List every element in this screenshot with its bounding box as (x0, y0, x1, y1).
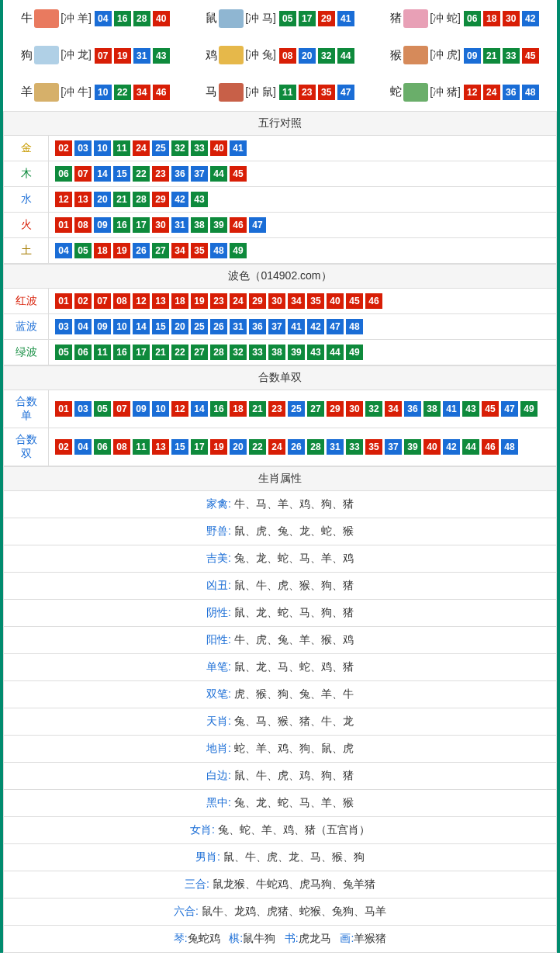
zodiac-icon (219, 46, 244, 64)
number-ball: 43 (462, 401, 479, 417)
number-ball: 24 (483, 85, 500, 100)
number-ball: 36 (249, 319, 266, 334)
number-ball: 03 (74, 140, 92, 156)
zodiac-icon (219, 9, 244, 28)
number-ball: 08 (279, 48, 296, 64)
zodiac-conflict: [冲 虎] (430, 48, 461, 62)
zodiac-cell: 狗 [冲 龙] 07193143 (3, 37, 188, 74)
zodiac-balls: 09213345 (464, 48, 539, 64)
footer-label: 书: (285, 932, 299, 944)
number-ball: 42 (443, 439, 460, 455)
attr-value: 兔、蛇、羊、鸡、猪（五宫肖） (218, 823, 370, 836)
number-ball: 40 (210, 140, 227, 156)
attr-row: 双笔: 虎、猴、狗、兔、羊、牛 (4, 680, 557, 708)
zodiac-cell: 马 [冲 鼠] 11233547 (188, 74, 372, 111)
number-ball: 30 (268, 293, 285, 309)
number-ball: 23 (152, 166, 169, 182)
zodiac-icon (34, 46, 59, 64)
number-ball: 43 (191, 192, 208, 207)
number-ball: 12 (133, 293, 150, 309)
attr-label: 吉美: (206, 552, 231, 564)
page-container: 牛 [冲 羊] 04162840 鼠 [冲 马] 05172941 猪 [冲 蛇… (0, 0, 560, 953)
number-ball: 25 (288, 401, 305, 417)
zodiac-balls: 04162840 (95, 11, 170, 26)
zodiac-balls: 11233547 (279, 85, 354, 100)
number-ball: 41 (230, 140, 247, 156)
attr-value: 牛、虎、兔、羊、猴、鸡 (234, 633, 354, 646)
footer-label: 棋: (229, 932, 243, 944)
shengxiao-title: 生肖属性 (4, 466, 557, 490)
zodiac-balls: 10223446 (95, 85, 170, 100)
number-ball: 46 (153, 85, 170, 100)
row-label: 土 (4, 237, 49, 263)
zodiac-icon (403, 46, 428, 64)
number-ball: 45 (482, 401, 499, 417)
row-balls: 0108091617303138394647 (49, 212, 557, 237)
zodiac-icon (219, 83, 244, 102)
attr-value: 虎、猴、狗、兔、羊、牛 (234, 687, 354, 700)
zodiac-grid: 牛 [冲 羊] 04162840 鼠 [冲 马] 05172941 猪 [冲 蛇… (3, 0, 557, 111)
zodiac-conflict: [冲 猪] (430, 85, 461, 99)
number-ball: 15 (152, 319, 169, 334)
zodiac-cell: 猴 [冲 虎] 09213345 (372, 37, 557, 74)
footer-label: 画: (340, 932, 354, 944)
number-ball: 42 (522, 11, 539, 26)
attr-row: 女肖: 兔、蛇、羊、鸡、猪（五宫肖） (4, 816, 557, 843)
number-ball: 14 (133, 319, 150, 334)
number-ball: 22 (114, 85, 131, 100)
number-ball: 11 (279, 85, 296, 100)
number-ball: 33 (191, 140, 208, 156)
zodiac-conflict: [冲 马] (245, 12, 276, 26)
attr-row: 地肖: 蛇、羊、鸡、狗、鼠、虎 (4, 735, 557, 762)
heshu-title: 合数单双 (4, 365, 557, 390)
number-ball: 47 (501, 401, 518, 417)
number-ball: 34 (385, 401, 402, 417)
zodiac-balls: 06183042 (464, 11, 539, 26)
zodiac-conflict: [冲 蛇] (430, 12, 461, 26)
number-ball: 07 (95, 48, 112, 64)
number-ball: 10 (95, 85, 112, 100)
number-ball: 27 (307, 401, 324, 417)
number-ball: 25 (152, 140, 169, 156)
number-ball: 32 (365, 401, 382, 417)
number-ball: 29 (318, 11, 335, 26)
attr-row: 男肖: 鼠、牛、虎、龙、马、猴、狗 (4, 843, 557, 871)
row-label: 绿波 (4, 339, 49, 365)
number-ball: 11 (94, 345, 111, 360)
number-ball: 13 (74, 192, 92, 207)
row-label: 合数双 (4, 428, 49, 466)
number-ball: 44 (462, 439, 479, 455)
zodiac-cell: 牛 [冲 羊] 04162840 (3, 0, 188, 37)
row-balls: 1213202128294243 (49, 186, 557, 212)
number-ball: 48 (346, 319, 363, 334)
number-ball: 48 (210, 243, 227, 258)
number-ball: 49 (230, 243, 247, 258)
attr-row: 三合: 鼠龙猴、牛蛇鸡、虎马狗、兔羊猪 (4, 871, 557, 898)
number-ball: 04 (95, 11, 112, 26)
number-ball: 21 (152, 345, 169, 360)
number-ball: 19 (191, 293, 208, 309)
number-ball: 18 (483, 11, 500, 26)
number-ball: 38 (191, 217, 208, 233)
number-ball: 42 (307, 319, 324, 334)
number-ball: 28 (210, 345, 227, 360)
attr-label: 双笔: (206, 687, 231, 700)
number-ball: 06 (464, 11, 481, 26)
number-ball: 16 (210, 401, 227, 417)
number-ball: 23 (210, 293, 227, 309)
zodiac-name: 羊 (21, 85, 33, 99)
attr-value: 鼠龙猴、牛蛇鸡、虎马狗、兔羊猪 (213, 878, 375, 890)
number-ball: 17 (191, 439, 208, 455)
number-ball: 37 (268, 319, 285, 334)
number-ball: 15 (171, 439, 188, 455)
number-ball: 07 (74, 166, 92, 182)
number-ball: 36 (404, 401, 421, 417)
number-ball: 24 (133, 140, 150, 156)
attr-row: 凶丑: 鼠、牛、虎、猴、狗、猪 (4, 572, 557, 599)
number-ball: 01 (55, 401, 72, 417)
number-ball: 39 (288, 345, 305, 360)
zodiac-conflict: [冲 龙] (60, 48, 92, 62)
number-ball: 05 (279, 11, 296, 26)
attr-row: 黑中: 兔、龙、蛇、马、羊、猴 (4, 789, 557, 816)
zodiac-cell: 猪 [冲 蛇] 06183042 (372, 0, 557, 37)
